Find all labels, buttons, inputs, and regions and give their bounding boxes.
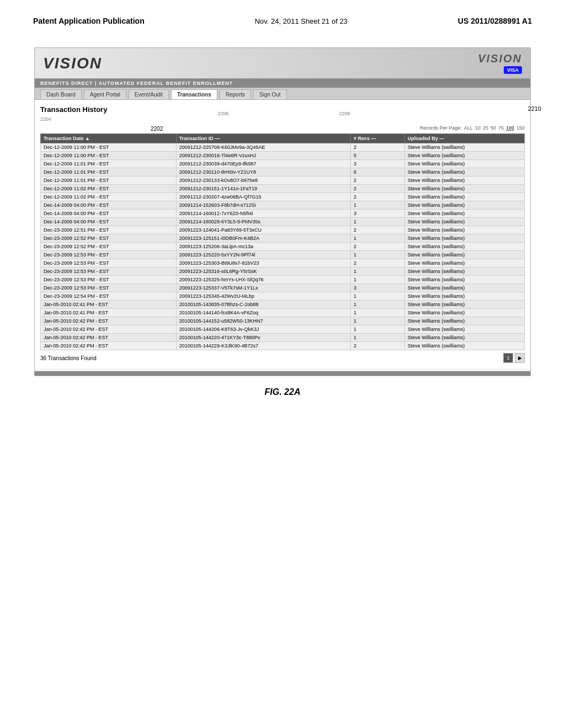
tab-dashboard[interactable]: Dash Board xyxy=(40,89,82,99)
table-row[interactable]: Dec-23-2009 12:53 PM - EST 20091223-1253… xyxy=(41,276,525,284)
cell-uploaded: Steve Williams (swilliams) xyxy=(404,325,524,334)
cell-uploaded: Steve Williams (swilliams) xyxy=(404,243,524,251)
cell-date: Jan-05-2010 02:41 PM - EST xyxy=(41,309,177,317)
table-row[interactable]: Dec-12-2009 11:01 PM - EST 20091212-2301… xyxy=(41,168,525,176)
transaction-count: 36 Transactions Found xyxy=(40,355,97,361)
pagination-page-1[interactable]: 1 xyxy=(503,353,513,363)
cell-date: Dec-23-2009 12:53 PM - EST xyxy=(41,259,177,267)
table-row[interactable]: Dec-23-2009 12:53 PM - EST 20091223-1253… xyxy=(41,267,525,276)
cell-id: 20091223-125325-hmYs-LHX-SlQq76 xyxy=(176,276,350,284)
table-row[interactable]: Dec-12-2009 11:00 PM - EST 20091212-2300… xyxy=(41,152,525,160)
table-row[interactable]: Dec-23-2009 12:51 PM - EST 20091223-1240… xyxy=(41,226,525,234)
table-footer: 36 Transactions Found 1 ▶ xyxy=(40,353,525,363)
publication-label: Patent Application Publication xyxy=(33,17,145,25)
table-row[interactable]: Jan-05-2010 02:41 PM - EST 20100105-1438… xyxy=(41,301,525,309)
cell-date: Dec-14-2009 04:00 PM - EST xyxy=(41,218,177,226)
table-row[interactable]: Jan-05-2010 02:42 PM - EST 20100105-1442… xyxy=(41,342,525,350)
cell-id: 20100105-144140-fcs8K4A-vF6Zoq xyxy=(176,309,350,317)
records-option-50[interactable]: 50 xyxy=(491,125,496,131)
cell-uploaded: Steve Williams (swilliams) xyxy=(404,143,524,152)
col-transaction-date[interactable]: Transaction Date ▲ xyxy=(41,134,177,143)
col-uploaded-by[interactable]: Uploaded By — xyxy=(404,134,524,143)
cell-id: 20100105-144220-471KY3c-T880Pv xyxy=(176,334,350,342)
col-transaction-id[interactable]: Transaction ID — xyxy=(176,134,350,143)
cell-date: Jan-05-2010 02:42 PM - EST xyxy=(41,325,177,334)
table-row[interactable]: Dec-23-2009 12:53 PM - EST 20091223-1253… xyxy=(41,284,525,292)
cell-uploaded: Steve Williams (swilliams) xyxy=(404,317,524,325)
records-option-75[interactable]: 75 xyxy=(498,125,504,131)
cell-id: 20091212-230016-Tl4e6R-VzuxHJ xyxy=(176,152,350,160)
table-row[interactable]: Dec-12-2009 11:00 PM - EST 20091212-2257… xyxy=(41,143,525,152)
cell-id: 20091223-124041-Pa83Y69-5T3xCU xyxy=(176,226,350,234)
table-header-row: Transaction Date ▲ Transaction ID — # Re… xyxy=(41,134,525,143)
cell-id: 20091223-125206-3aLlpA-mc13a xyxy=(176,243,350,251)
annotation-2208-area: 2208 xyxy=(339,111,350,116)
cell-recs: 6 xyxy=(350,168,404,176)
table-row[interactable]: Dec-14-2009 04:00 PM - EST 20091214-1600… xyxy=(41,210,525,218)
app-footer xyxy=(35,371,530,376)
cell-recs: 1 xyxy=(350,218,404,226)
col-recs[interactable]: # Recs — xyxy=(350,134,404,143)
table-row[interactable]: Dec-12-2009 11:01 PM - EST 20091212-2300… xyxy=(41,160,525,168)
cell-date: Jan-05-2010 02:42 PM - EST xyxy=(41,342,177,350)
table-row[interactable]: Dec-12-2009 11:02 PM - EST 20091212-2301… xyxy=(41,185,525,193)
table-row[interactable]: Jan-05-2010 02:41 PM - EST 20100105-1441… xyxy=(41,309,525,317)
cell-recs: 5 xyxy=(350,152,404,160)
figure-label: FIG. 22A xyxy=(33,387,532,397)
records-option-25[interactable]: 25 xyxy=(483,125,488,131)
tab-reports[interactable]: Reports xyxy=(220,89,251,99)
table-row[interactable]: Dec-12-2009 11:01 PM - EST 20091212-2301… xyxy=(41,176,525,185)
cell-id: 20100105-144206-K8T63-Jv-QkK3J xyxy=(176,325,350,334)
tab-sign-out[interactable]: Sign Out xyxy=(253,89,287,99)
page-container: Patent Application Publication Nov. 24, … xyxy=(0,0,565,728)
cell-date: Jan-05-2010 02:42 PM - EST xyxy=(41,334,177,342)
table-row[interactable]: Dec-12-2009 11:02 PM - EST 20091212-2302… xyxy=(41,193,525,201)
table-row[interactable]: Dec-23-2009 12:52 PM - EST 20091223-1252… xyxy=(41,243,525,251)
pagination: 1 ▶ xyxy=(503,353,525,363)
cell-date: Dec-12-2009 11:00 PM - EST xyxy=(41,143,177,152)
page-header: Patent Application Publication Nov. 24, … xyxy=(33,17,532,25)
table-row[interactable]: Jan-05-2010 02:42 PM - EST 20100105-1442… xyxy=(41,334,525,342)
cell-recs: 3 xyxy=(350,284,404,292)
visa-badge: VISA xyxy=(504,66,522,74)
pagination-next[interactable]: ▶ xyxy=(515,353,525,363)
cell-uploaded: Steve Williams (swilliams) xyxy=(404,210,524,218)
tab-event-audit[interactable]: Event/Audit xyxy=(129,89,169,99)
vision-logo-right: VISION VISA xyxy=(478,52,522,74)
cell-uploaded: Steve Williams (swilliams) xyxy=(404,334,524,342)
records-label: Records Per Page: xyxy=(420,125,462,131)
cell-date: Dec-12-2009 11:02 PM - EST xyxy=(41,185,177,193)
cell-id: 20091212-230110-tlrHI0v-YZ1UY8 xyxy=(176,168,350,176)
records-option-100[interactable]: 100 xyxy=(506,125,514,131)
cell-id: 20100105-143835-07Bhzs-C-2ob88 xyxy=(176,301,350,309)
cell-uploaded: Steve Williams (swilliams) xyxy=(404,267,524,276)
cell-uploaded: Steve Williams (swilliams) xyxy=(404,292,524,301)
cell-recs: 1 xyxy=(350,317,404,325)
cell-id: 20091212-230207-4zw06BA-Qf7G15 xyxy=(176,193,350,201)
table-row[interactable]: Dec-23-2009 12:53 PM - EST 20091223-1253… xyxy=(41,259,525,267)
records-option-150[interactable]: 150 xyxy=(516,125,525,131)
table-row[interactable]: Dec-23-2009 12:53 PM - EST 20091223-1252… xyxy=(41,251,525,259)
cell-date: Dec-12-2009 11:01 PM - EST xyxy=(41,160,177,168)
records-option-10[interactable]: 10 xyxy=(475,125,481,131)
cell-recs: 1 xyxy=(350,309,404,317)
cell-recs: 1 xyxy=(350,292,404,301)
annotation-2204: 2204 xyxy=(40,116,107,122)
records-option-all[interactable]: ALL xyxy=(464,125,473,131)
table-row[interactable]: Dec-23-2009 12:52 PM - EST 20091223-1251… xyxy=(41,234,525,243)
section-heading-area: Transaction History 2204 xyxy=(40,105,107,122)
table-row[interactable]: Dec-23-2009 12:54 PM - EST 20091223-1253… xyxy=(41,292,525,301)
table-row[interactable]: Dec-14-2009 04:00 PM - EST 20091214-1526… xyxy=(41,201,525,210)
cell-id: 20091223-125345-42Wv2U-t4Lbp xyxy=(176,292,350,301)
tab-agent-portal[interactable]: Agent Portal xyxy=(84,89,126,99)
vision-app: VISION VISION VISA BENEFITS DIRECT | AUT… xyxy=(34,47,531,376)
nav-tabs: Dash Board Agent Portal Event/Audit Tran… xyxy=(35,88,530,100)
cell-id: 20100105-144229-K3JlK90-4B72s7 xyxy=(176,342,350,350)
table-row[interactable]: Jan-05-2010 02:42 PM - EST 20100105-1441… xyxy=(41,317,525,325)
table-row[interactable]: Dec-14-2009 04:00 PM - EST 20091214-1600… xyxy=(41,218,525,226)
table-row[interactable]: Jan-05-2010 02:42 PM - EST 20100105-1442… xyxy=(41,325,525,334)
content-area: 2200 VISION VISION VISA BENEFITS DIRECT … xyxy=(33,47,532,376)
tab-transactions[interactable]: Transactions xyxy=(171,89,217,99)
cell-uploaded: Steve Williams (swilliams) xyxy=(404,309,524,317)
cell-recs: 1 xyxy=(350,251,404,259)
